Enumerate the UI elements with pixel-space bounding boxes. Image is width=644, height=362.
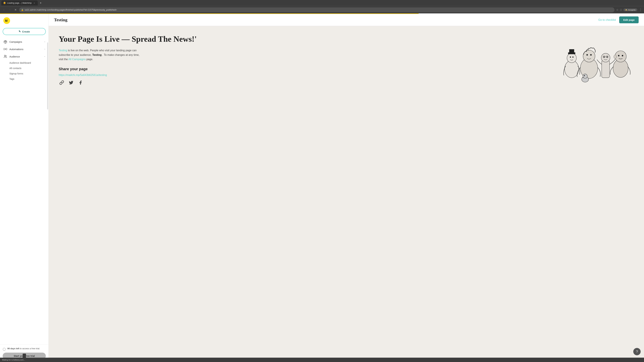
browser-chrome: Loading page... | Mailchimp × + ← → ✕ 🔒 … xyxy=(0,0,644,14)
svg-point-24 xyxy=(618,55,620,56)
hero-title: Your Page Is Live — Spread The News!' xyxy=(59,34,550,43)
svg-point-6 xyxy=(567,53,576,63)
edit-page-button[interactable]: Edit page xyxy=(619,16,639,23)
status-bar: Waiting for rs.fullstory.com... xyxy=(0,358,644,362)
incognito-icon: 🕵 xyxy=(625,9,628,11)
app-container: M ✎ Create Campaigns › xyxy=(0,14,644,362)
svg-rect-15 xyxy=(602,60,610,78)
content-left: Your Page Is Live — Spread The News!' Te… xyxy=(59,34,550,86)
browser-tab[interactable]: Loading page... | Mailchimp × xyxy=(1,0,38,5)
sidebar-item-automations[interactable]: Automations › xyxy=(0,45,48,53)
svg-rect-10 xyxy=(569,49,574,53)
all-campaigns-link[interactable]: All Campaigns xyxy=(68,58,86,61)
svg-point-29 xyxy=(584,75,585,76)
header-actions: Go to checklist Edit page xyxy=(598,16,639,23)
main-content: Testing Go to checklist Edit page Your P… xyxy=(49,14,644,362)
create-pencil-icon: ✎ xyxy=(18,30,21,33)
content-right xyxy=(557,34,634,88)
profile-icon[interactable]: □ xyxy=(620,8,622,11)
svg-point-2 xyxy=(5,49,6,50)
sidebar-item-audience[interactable]: Audience › xyxy=(0,53,48,60)
svg-point-25 xyxy=(622,55,623,56)
browser-titlebar: Loading page... | Mailchimp × + xyxy=(0,0,644,6)
svg-point-17 xyxy=(604,56,604,57)
sidebar-item-campaigns[interactable]: Campaigns › xyxy=(0,38,48,45)
sidebar-scrollbar[interactable] xyxy=(47,42,48,109)
sidebar-sub-tags[interactable]: Tags xyxy=(0,76,48,82)
tab-spinner xyxy=(3,2,6,4)
audience-name: Testing xyxy=(92,53,102,56)
trial-notice: ◯ 90 days left to access a free trial. xyxy=(3,347,46,351)
audience-icon xyxy=(3,54,8,58)
svg-text:M: M xyxy=(5,19,8,22)
trial-timer-icon: ◯ xyxy=(3,348,6,351)
svg-point-8 xyxy=(572,57,574,58)
page-title: Testing xyxy=(54,17,68,22)
sidebar-sub-audience-dashboard[interactable]: Audience dashboard xyxy=(0,60,48,65)
share-icons xyxy=(59,80,550,86)
sidebar-nav: Campaigns › Automations › xyxy=(0,37,48,83)
address-text: us21.admin.mailchimp.com/landing-pages/f… xyxy=(25,8,612,11)
back-button[interactable]: ← xyxy=(2,8,6,12)
incognito-badge: 🕵 Incognito xyxy=(623,8,637,11)
create-label: Create xyxy=(22,30,30,33)
forward-button[interactable]: → xyxy=(8,8,12,12)
sidebar-sub-all-contacts[interactable]: All contacts xyxy=(0,65,48,71)
reload-button[interactable]: ✕ xyxy=(14,8,18,12)
description-paragraph: Testing is live on the web. People who v… xyxy=(59,48,142,61)
trial-text: 90 days left to access a free trial. xyxy=(8,347,40,350)
automations-icon xyxy=(3,47,8,51)
svg-point-23 xyxy=(615,51,626,62)
description-part3: page. xyxy=(86,58,93,61)
svg-point-28 xyxy=(583,74,587,78)
tab-favicon xyxy=(3,2,6,4)
audience-chevron-icon: › xyxy=(44,56,46,57)
tab-close-button[interactable]: × xyxy=(33,2,36,4)
mailchimp-logo[interactable]: M xyxy=(3,17,10,24)
browser-menu-button[interactable]: ⋮ xyxy=(639,8,642,12)
copy-link-button[interactable] xyxy=(59,80,65,86)
sidebar: M ✎ Create Campaigns › xyxy=(0,14,49,362)
status-text: Waiting for rs.fullstory.com... xyxy=(2,359,25,361)
svg-point-4 xyxy=(6,56,6,56)
svg-point-14 xyxy=(590,54,592,56)
automations-chevron-icon: › xyxy=(44,48,45,50)
automations-label: Automations xyxy=(10,48,42,51)
campaigns-chevron-icon: › xyxy=(44,40,45,43)
share-title: Share your page xyxy=(59,67,550,71)
sidebar-sub-signup-forms[interactable]: Signup forms xyxy=(0,71,48,76)
svg-point-13 xyxy=(586,54,588,56)
main-header: Testing Go to checklist Edit page xyxy=(49,14,644,26)
svg-point-7 xyxy=(570,57,571,58)
help-icon: ? xyxy=(636,350,638,354)
address-bar[interactable]: 🔒 us21.admin.mailchimp.com/landing-pages… xyxy=(19,7,614,12)
svg-point-5 xyxy=(564,60,579,78)
twitter-share-button[interactable] xyxy=(68,80,74,86)
go-to-checklist-link[interactable]: Go to checklist xyxy=(598,18,616,21)
sidebar-header: M xyxy=(0,14,48,26)
browser-actions: ☆ □ 🕵 Incognito ⋮ xyxy=(616,8,642,12)
svg-point-26 xyxy=(614,55,616,59)
campaign-link[interactable]: Testing xyxy=(59,49,67,52)
new-tab-button[interactable]: + xyxy=(38,1,43,5)
svg-point-18 xyxy=(607,56,608,57)
create-button[interactable]: ✎ Create xyxy=(3,28,46,35)
share-section: Share your page https://mailchi.mp/5a643… xyxy=(59,67,550,86)
campaigns-label: Campaigns xyxy=(10,40,42,43)
campaigns-icon xyxy=(3,40,8,44)
content-area: Your Page Is Live — Spread The News!' Te… xyxy=(49,26,644,362)
people-illustration xyxy=(557,34,634,88)
incognito-label: Incognito xyxy=(628,9,636,11)
help-button[interactable]: ? xyxy=(633,348,641,355)
lock-icon: 🔒 xyxy=(21,9,24,11)
svg-point-16 xyxy=(601,53,610,62)
svg-point-3 xyxy=(4,55,6,56)
tab-title: Loading page... | Mailchimp xyxy=(7,2,32,4)
share-url-link[interactable]: https://mailchi.mp/5a643b62561a/testing xyxy=(59,73,550,77)
trial-days: 90 days left xyxy=(8,347,19,350)
star-icon[interactable]: ☆ xyxy=(616,8,618,11)
facebook-share-button[interactable] xyxy=(78,80,84,86)
browser-addressbar: ← → ✕ 🔒 us21.admin.mailchimp.com/landing… xyxy=(0,6,644,13)
audience-label: Audience xyxy=(10,55,42,58)
